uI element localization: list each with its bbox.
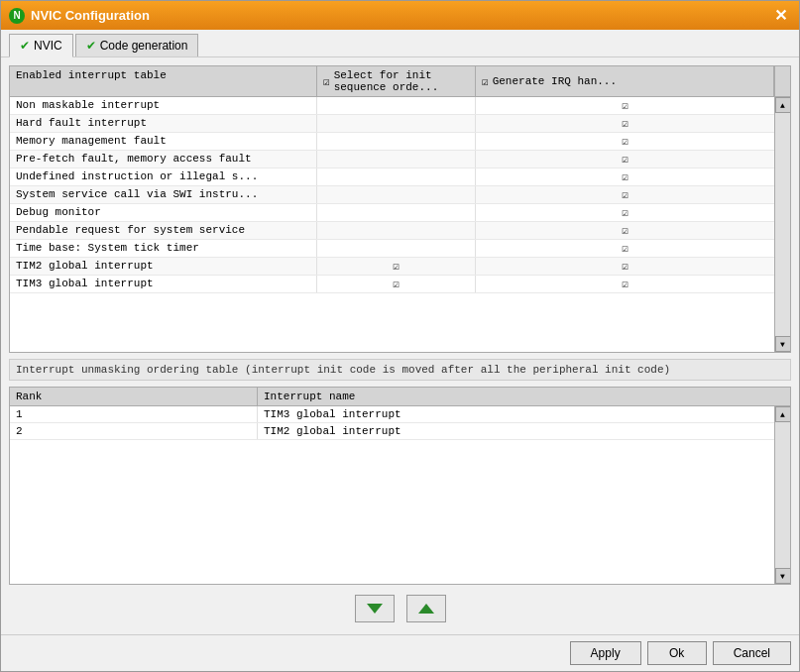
header-scroll-spacer xyxy=(774,66,790,96)
tab-codegen-label: Code generation xyxy=(100,39,188,53)
rank-cell: 2 xyxy=(10,423,258,439)
dialog-title: NVIC Configuration xyxy=(31,8,150,23)
interrupt-cell: TIM2 global interrupt xyxy=(258,423,774,439)
cancel-button[interactable]: Cancel xyxy=(713,641,791,665)
row-name: Hard fault interrupt xyxy=(10,115,317,132)
arrow-down-icon xyxy=(367,604,383,614)
rank-scroll-down[interactable]: ▼ xyxy=(775,568,791,584)
rank-scroll-up[interactable]: ▲ xyxy=(775,406,791,422)
row-generate[interactable]: ☑ xyxy=(476,258,774,275)
table-row: Pendable request for system service ☑ xyxy=(10,222,774,240)
table-row: Undefined instruction or illegal s... ☑ xyxy=(10,168,774,186)
table-row: System service call via SWI instru... ☑ xyxy=(10,186,774,204)
tab-nvic-label: NVIC xyxy=(34,39,62,53)
nvic-config-dialog: N NVIC Configuration ✕ ✔ NVIC ✔ Code gen… xyxy=(0,0,800,672)
move-up-button[interactable] xyxy=(406,595,446,622)
move-buttons xyxy=(9,591,791,626)
rank-cell: 1 xyxy=(10,406,258,422)
row-select[interactable] xyxy=(317,97,476,114)
row-select[interactable] xyxy=(317,133,476,150)
ok-button[interactable]: Ok xyxy=(647,641,707,665)
rank-col-header: Rank xyxy=(10,388,258,405)
table-row: Pre-fetch fault, memory access fault ☑ xyxy=(10,151,774,168)
row-generate[interactable]: ☑ xyxy=(476,204,774,221)
row-generate[interactable]: ☑ xyxy=(476,133,774,150)
table-scrollbar[interactable]: ▲ ▼ xyxy=(774,97,790,352)
interrupt-col-header: Interrupt name xyxy=(258,388,790,405)
title-bar-left: N NVIC Configuration xyxy=(9,8,150,24)
row-select[interactable]: ☑ xyxy=(317,258,476,275)
row-name: Pendable request for system service xyxy=(10,222,317,239)
info-bar: Interrupt unmasking ordering table (inte… xyxy=(9,359,791,381)
interrupt-table-wrapper: Enabled interrupt table ☑ Select for ini… xyxy=(9,65,791,353)
scroll-down-arrow[interactable]: ▼ xyxy=(775,336,791,352)
rank-row: 2 TIM2 global interrupt xyxy=(10,423,774,440)
arrow-up-icon xyxy=(418,604,434,614)
move-down-button[interactable] xyxy=(355,595,395,622)
col-header-name: Enabled interrupt table xyxy=(10,66,317,96)
rank-table-body: 1 TIM3 global interrupt 2 TIM2 global in… xyxy=(10,406,774,584)
row-select[interactable] xyxy=(317,151,476,168)
row-select[interactable] xyxy=(317,168,476,185)
row-name: Debug monitor xyxy=(10,204,317,221)
table-row: Hard fault interrupt ☑ xyxy=(10,115,774,133)
row-name: Undefined instruction or illegal s... xyxy=(10,168,317,185)
interrupt-table-body: Non maskable interrupt ☑ Hard fault inte… xyxy=(10,97,774,352)
rank-body-wrapper: 1 TIM3 global interrupt 2 TIM2 global in… xyxy=(10,406,790,584)
row-select[interactable]: ☑ xyxy=(317,276,476,292)
tab-code-generation[interactable]: ✔ Code generation xyxy=(75,34,199,56)
table-row: TIM3 global interrupt ☑ ☑ xyxy=(10,276,774,293)
table-row: Debug monitor ☑ xyxy=(10,204,774,222)
main-content: Enabled interrupt table ☑ Select for ini… xyxy=(1,57,799,634)
codegen-check-icon: ✔ xyxy=(86,39,96,53)
row-name: Pre-fetch fault, memory access fault xyxy=(10,151,317,168)
bottom-button-row: Apply Ok Cancel xyxy=(1,634,799,671)
table-row: Non maskable interrupt ☑ xyxy=(10,97,774,115)
row-generate[interactable]: ☑ xyxy=(476,97,774,114)
col-header-select: ☑ Select for init sequence orde... xyxy=(317,66,476,96)
interrupt-table: Enabled interrupt table ☑ Select for ini… xyxy=(9,65,791,353)
select-header-check: ☑ xyxy=(323,75,330,88)
row-generate[interactable]: ☑ xyxy=(476,151,774,168)
nvic-check-icon: ✔ xyxy=(20,39,30,53)
row-name: Time base: System tick timer xyxy=(10,240,317,257)
tab-nvic[interactable]: ✔ NVIC xyxy=(9,34,73,57)
row-generate[interactable]: ☑ xyxy=(476,168,774,185)
row-generate[interactable]: ☑ xyxy=(476,276,774,292)
row-select[interactable] xyxy=(317,222,476,239)
scroll-up-arrow[interactable]: ▲ xyxy=(775,97,791,113)
interrupt-table-header: Enabled interrupt table ☑ Select for ini… xyxy=(10,66,790,97)
table-body-wrapper: Non maskable interrupt ☑ Hard fault inte… xyxy=(10,97,790,352)
interrupt-cell: TIM3 global interrupt xyxy=(258,406,774,422)
row-select[interactable] xyxy=(317,186,476,203)
row-name: Non maskable interrupt xyxy=(10,97,317,114)
row-generate[interactable]: ☑ xyxy=(476,115,774,132)
col-header-generate: ☑ Generate IRQ han... xyxy=(476,66,774,96)
rank-scrollbar[interactable]: ▲ ▼ xyxy=(774,406,790,584)
row-select[interactable] xyxy=(317,115,476,132)
row-name: TIM2 global interrupt xyxy=(10,258,317,275)
rank-table-header: Rank Interrupt name xyxy=(10,388,790,406)
row-name: System service call via SWI instru... xyxy=(10,186,317,203)
generate-header-check: ☑ xyxy=(482,75,489,88)
row-generate[interactable]: ☑ xyxy=(476,222,774,239)
row-name: Memory management fault xyxy=(10,133,317,150)
row-generate[interactable]: ☑ xyxy=(476,240,774,257)
title-bar: N NVIC Configuration ✕ xyxy=(1,1,799,30)
row-select[interactable] xyxy=(317,240,476,257)
apply-button[interactable]: Apply xyxy=(570,641,641,665)
table-row: Memory management fault ☑ xyxy=(10,133,774,151)
row-generate[interactable]: ☑ xyxy=(476,186,774,203)
close-button[interactable]: ✕ xyxy=(770,6,791,25)
table-row: TIM2 global interrupt ☑ ☑ xyxy=(10,258,774,276)
table-row: Time base: System tick timer ☑ xyxy=(10,240,774,258)
rank-table-wrapper: Rank Interrupt name 1 TIM3 global interr… xyxy=(9,387,791,585)
nvic-icon: N xyxy=(9,8,25,24)
rank-row: 1 TIM3 global interrupt xyxy=(10,406,774,423)
tab-bar: ✔ NVIC ✔ Code generation xyxy=(1,30,799,57)
rank-table: Rank Interrupt name 1 TIM3 global interr… xyxy=(9,387,791,585)
row-name: TIM3 global interrupt xyxy=(10,276,317,292)
row-select[interactable] xyxy=(317,204,476,221)
